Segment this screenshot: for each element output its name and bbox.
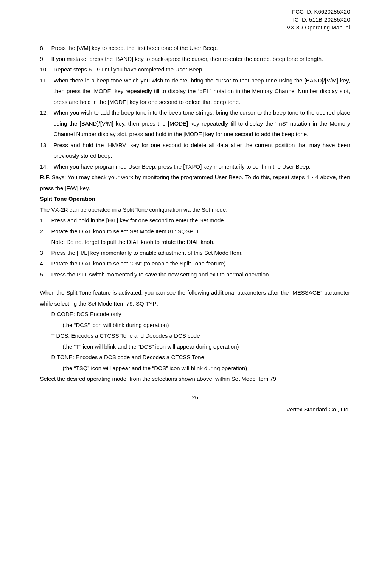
ic-id: IC ID: 511B-20285X20 <box>40 16 350 23</box>
step-number: 1. <box>40 215 51 226</box>
step-text: When there is a beep tone which you wish… <box>54 75 350 108</box>
step-12: 12. When you wish to add the beep tone i… <box>40 107 350 140</box>
split-step-2-note: Note: Do not forget to pull the DIAL kno… <box>40 237 350 248</box>
document-page: FCC ID: K6620285X20 IC ID: 511B-20285X20… <box>25 0 365 427</box>
fcc-id: FCC ID: K6620285X20 <box>40 8 350 16</box>
step-note: Note: Do not forget to pull the DIAL kno… <box>51 237 350 248</box>
param-d-tone: D TONE: Encodes a DCS code and Decodes a… <box>40 352 350 363</box>
param-d-code-sub: (the “DCS” icon will blink during operat… <box>40 320 350 331</box>
step-text: Repeat steps 6 - 9 until you have comple… <box>54 64 350 75</box>
step-text: Press the [H/L] key momentarily to enabl… <box>51 248 350 259</box>
split-step-5: 5. Press the PTT switch momentarily to s… <box>40 269 350 280</box>
step-text: Rotate the DIAL knob to select Set Mode … <box>51 226 350 237</box>
step-text: Press and hold the [HM/RV] key for one s… <box>54 140 350 161</box>
split-step-4: 4. Rotate the DIAL knob to select “ON” (… <box>40 258 350 269</box>
step-number <box>40 237 51 248</box>
main-content: 8. Press the [V/M] key to accept the fir… <box>40 43 350 385</box>
step-text: If you mistake, press the [BAND] key to … <box>51 54 350 65</box>
page-number: 26 <box>40 392 350 403</box>
param-d-code: D CODE: DCS Encode only <box>40 309 350 320</box>
split-step-3: 3. Press the [H/L] key momentarily to en… <box>40 248 350 259</box>
step-number: 9. <box>40 54 51 65</box>
step-text: When you wish to add the beep tone into … <box>54 107 350 140</box>
step-number: 4. <box>40 258 51 269</box>
step-number: 2. <box>40 226 51 237</box>
param-d-tone-sub: (the “TSQ” icon will appear and the “DCS… <box>40 363 350 374</box>
step-14: 14. When you have programmed User Beep, … <box>40 161 350 172</box>
step-text: Press the [V/M] key to accept the first … <box>51 43 350 54</box>
step-9: 9. If you mistake, press the [BAND] key … <box>40 54 350 65</box>
step-11: 11. When there is a beep tone which you … <box>40 75 350 108</box>
param-t-dcs: T DCS: Encodes a CTCSS Tone and Decodes … <box>40 330 350 341</box>
step-text: Rotate the DIAL knob to select “ON” (to … <box>51 258 350 269</box>
company-name: Vertex Standard Co., Ltd. <box>40 404 350 415</box>
step-number: 10. <box>40 64 54 75</box>
step-number: 11. <box>40 75 54 108</box>
step-text: When you have programmed User Beep, pres… <box>54 161 350 172</box>
select-mode-line: Select the desired operating mode, from … <box>40 374 350 385</box>
step-text: Press the PTT switch momentarily to save… <box>51 269 350 280</box>
split-tone-params-intro: When the Split Tone feature is activated… <box>40 287 350 309</box>
page-footer: 26 Vertex Standard Co., Ltd. <box>40 392 350 415</box>
split-step-2: 2. Rotate the DIAL knob to select Set Mo… <box>40 226 350 237</box>
page-header: FCC ID: K6620285X20 IC ID: 511B-20285X20… <box>40 8 350 31</box>
step-text: Press and hold in the [H/L] key for one … <box>51 215 350 226</box>
split-tone-intro: The VX-2R can be operated in a Split Ton… <box>40 205 350 216</box>
split-tone-heading: Split Tone Operation <box>40 194 350 205</box>
split-step-1: 1. Press and hold in the [H/L] key for o… <box>40 215 350 226</box>
step-10: 10. Repeat steps 6 - 9 until you have co… <box>40 64 350 75</box>
step-13: 13. Press and hold the [HM/RV] key for o… <box>40 140 350 161</box>
step-number: 12. <box>40 107 54 140</box>
step-number: 3. <box>40 248 51 259</box>
rf-says-paragraph: R.F. Says: You may check your work by mo… <box>40 172 350 194</box>
step-number: 5. <box>40 269 51 280</box>
step-number: 13. <box>40 140 54 161</box>
param-t-dcs-sub: (the “T” icon will blink and the “DCS” i… <box>40 341 350 352</box>
step-number: 14. <box>40 161 54 172</box>
manual-title: VX-3R Operating Manual <box>40 23 350 31</box>
step-number: 8. <box>40 43 51 54</box>
step-8: 8. Press the [V/M] key to accept the fir… <box>40 43 350 54</box>
